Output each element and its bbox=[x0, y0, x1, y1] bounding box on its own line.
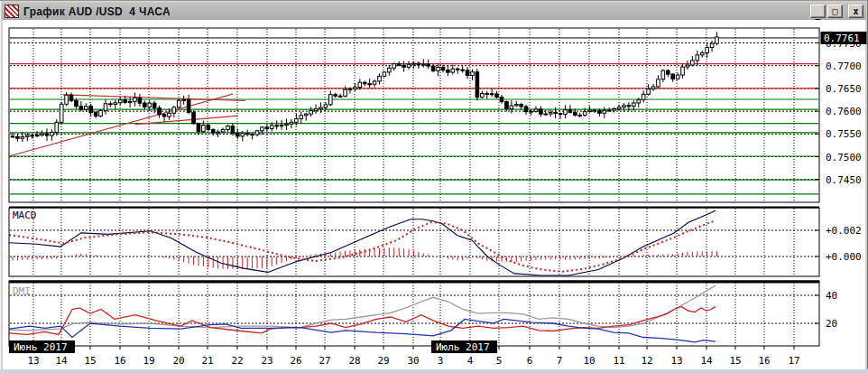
macd-panel-title: MACD bbox=[13, 210, 37, 221]
dmi-adx-line bbox=[9, 285, 716, 331]
candle-body bbox=[236, 133, 240, 136]
candle-body bbox=[490, 94, 494, 95]
candle-body bbox=[603, 110, 606, 113]
candle-body bbox=[447, 70, 450, 73]
candle-body bbox=[128, 101, 132, 102]
chart-window: График AUD /USD 4 ЧАСА _ □ x 0.77500.770… bbox=[0, 0, 868, 373]
x-axis-day-label: 14 bbox=[700, 355, 713, 367]
candle-body bbox=[41, 134, 44, 135]
candle-body bbox=[466, 70, 469, 76]
month-marker-box bbox=[9, 340, 75, 353]
candle-body bbox=[109, 104, 113, 105]
x-axis-day-label: 7 bbox=[557, 355, 563, 367]
candle-body bbox=[319, 107, 323, 109]
candle-body bbox=[716, 37, 719, 43]
candle-body bbox=[583, 112, 586, 116]
candle-body bbox=[481, 94, 485, 98]
candle-body bbox=[255, 131, 259, 135]
candle-body bbox=[456, 69, 459, 70]
candle-body bbox=[623, 106, 626, 107]
candle-body bbox=[554, 113, 558, 114]
x-axis-day-label: 15 bbox=[84, 355, 96, 367]
macd-axis-label: +0.002 bbox=[826, 225, 862, 237]
candle-body bbox=[676, 75, 679, 79]
candle-body bbox=[143, 103, 147, 107]
candle-body bbox=[397, 64, 401, 66]
candle-body bbox=[265, 127, 269, 129]
x-axis-day-label: 15 bbox=[729, 355, 741, 367]
candle-body bbox=[540, 109, 543, 114]
month-marker-label: Июль 2017 bbox=[436, 341, 490, 353]
x-axis-day-label: 12 bbox=[641, 355, 652, 367]
x-axis-day-label: 22 bbox=[231, 355, 243, 367]
candle-body bbox=[300, 116, 303, 119]
candle-body bbox=[124, 100, 127, 103]
candle-body bbox=[211, 129, 215, 133]
candle-body bbox=[627, 106, 631, 107]
candle-body bbox=[344, 89, 347, 96]
candle-body bbox=[607, 110, 611, 111]
chart-app-icon bbox=[5, 5, 19, 18]
candle-body bbox=[182, 99, 186, 100]
x-axis-day-label: 17 bbox=[788, 355, 799, 367]
candle-body bbox=[21, 136, 24, 138]
candle-body bbox=[295, 119, 299, 123]
candle-body bbox=[710, 43, 714, 47]
candle-body bbox=[118, 100, 122, 103]
candle-body bbox=[500, 98, 503, 102]
candle-body bbox=[275, 126, 279, 126]
candle-body bbox=[549, 113, 552, 114]
candle-body bbox=[485, 94, 489, 95]
x-axis-day-label: 10 bbox=[583, 355, 595, 367]
candle-body bbox=[471, 72, 475, 76]
client-area bbox=[3, 20, 865, 370]
trendline bbox=[63, 95, 245, 101]
candle-body bbox=[168, 113, 171, 117]
candle-body bbox=[251, 134, 254, 135]
dmi-minus-di-line bbox=[9, 319, 716, 342]
candle-body bbox=[578, 115, 582, 116]
candle-body bbox=[378, 76, 382, 81]
x-axis-day-label: 23 bbox=[261, 355, 272, 367]
candle-body bbox=[574, 113, 577, 116]
dmi-axis-label: 20 bbox=[826, 318, 837, 330]
x-axis-day-label: 28 bbox=[348, 355, 360, 367]
maximize-button[interactable]: □ bbox=[827, 5, 843, 18]
window-title: График AUD /USD 4 ЧАСА bbox=[23, 5, 808, 18]
candle-body bbox=[568, 110, 572, 113]
close-button[interactable]: x bbox=[848, 5, 863, 18]
candle-body bbox=[217, 132, 220, 133]
chart-canvas[interactable]: 0.77500.77000.76500.76000.75500.75000.74… bbox=[0, 20, 868, 373]
candle-body bbox=[138, 98, 142, 103]
window-left-border bbox=[0, 1, 4, 373]
candle-body bbox=[99, 110, 103, 116]
minimize-button[interactable]: _ bbox=[810, 5, 826, 18]
candle-body bbox=[637, 99, 641, 103]
price-axis-label: 0.7450 bbox=[826, 174, 862, 186]
x-axis-day-label: 4 bbox=[467, 355, 474, 367]
candle-body bbox=[45, 134, 49, 135]
candle-body bbox=[280, 126, 283, 126]
candle-body bbox=[354, 88, 357, 89]
candle-body bbox=[314, 109, 318, 111]
candle-body bbox=[75, 100, 78, 106]
title-bar[interactable]: График AUD /USD 4 ЧАСА _ □ x bbox=[2, 3, 866, 20]
candle-body bbox=[270, 126, 273, 129]
window-right-border bbox=[864, 1, 868, 373]
candle-body bbox=[666, 70, 669, 74]
x-axis-day-label: 20 bbox=[172, 355, 184, 367]
window-bottom-strip bbox=[0, 369, 868, 373]
candle-body bbox=[534, 109, 538, 111]
candle-body bbox=[642, 94, 645, 99]
candle-body bbox=[158, 108, 162, 115]
candle-body bbox=[514, 105, 518, 106]
candle-body bbox=[686, 65, 689, 67]
candle-body bbox=[89, 107, 93, 113]
dmi-axis-label: 40 bbox=[826, 290, 837, 302]
candle-body bbox=[231, 126, 235, 134]
x-axis-day-label: 13 bbox=[670, 355, 682, 367]
candle-body bbox=[79, 107, 83, 109]
dmi-panel-frame bbox=[9, 281, 819, 346]
candle-body bbox=[421, 64, 425, 65]
candle-body bbox=[544, 114, 548, 115]
